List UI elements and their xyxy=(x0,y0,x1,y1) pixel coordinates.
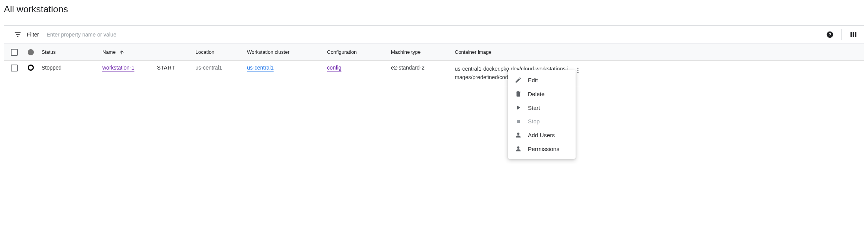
svg-point-7 xyxy=(578,72,579,73)
filter-bar: Filter ? xyxy=(4,25,864,44)
column-settings-button[interactable] xyxy=(847,28,860,41)
svg-point-6 xyxy=(578,70,579,71)
filter-icon xyxy=(12,28,24,41)
col-header-config[interactable]: Configuration xyxy=(327,49,391,55)
pencil-icon xyxy=(515,76,522,83)
sort-asc-icon xyxy=(119,49,125,55)
menu-item-edit[interactable]: Edit xyxy=(508,73,576,86)
workstation-name-link[interactable]: workstation-1 xyxy=(102,65,134,71)
select-all-checkbox[interactable] xyxy=(11,49,18,56)
col-header-cluster[interactable]: Workstation cluster xyxy=(247,49,327,55)
workstations-table: Status Name Location Workstation cluster… xyxy=(4,44,864,86)
svg-rect-3 xyxy=(853,32,854,37)
svg-rect-2 xyxy=(851,32,852,37)
filter-label: Filter xyxy=(27,32,39,38)
row-actions-menu: Edit Delete Start Stop Add Users Permiss… xyxy=(508,70,576,86)
col-header-status[interactable]: Status xyxy=(42,49,102,55)
status-indicator-stopped xyxy=(28,65,34,71)
columns-icon xyxy=(850,31,857,38)
row-machine-type: e2-standard-2 xyxy=(391,65,455,71)
col-header-location[interactable]: Location xyxy=(195,49,247,55)
status-indicator-header xyxy=(28,49,34,55)
col-header-machine-type[interactable]: Machine type xyxy=(391,49,455,55)
table-header: Status Name Location Workstation cluster… xyxy=(4,44,864,61)
cluster-link[interactable]: us-central1 xyxy=(247,65,274,71)
col-header-name[interactable]: Name xyxy=(102,49,157,55)
row-location: us-central1 xyxy=(195,65,247,71)
help-icon: ? xyxy=(826,31,834,38)
start-button[interactable]: START xyxy=(157,65,175,71)
col-header-name-label: Name xyxy=(102,49,116,55)
page-title: All workstations xyxy=(4,4,864,15)
svg-point-5 xyxy=(578,68,579,69)
row-status: Stopped xyxy=(42,65,102,71)
row-checkbox[interactable] xyxy=(11,65,18,71)
config-link[interactable]: config xyxy=(327,65,341,71)
svg-rect-4 xyxy=(855,32,856,37)
table-row: Stopped workstation-1 START us-central1 … xyxy=(4,61,864,86)
col-header-container-image[interactable]: Container image xyxy=(455,49,569,55)
filter-input[interactable] xyxy=(46,31,200,38)
svg-text:?: ? xyxy=(828,32,831,37)
menu-item-label: Edit xyxy=(528,77,538,83)
vertical-divider xyxy=(841,29,842,40)
help-button[interactable]: ? xyxy=(824,28,836,41)
